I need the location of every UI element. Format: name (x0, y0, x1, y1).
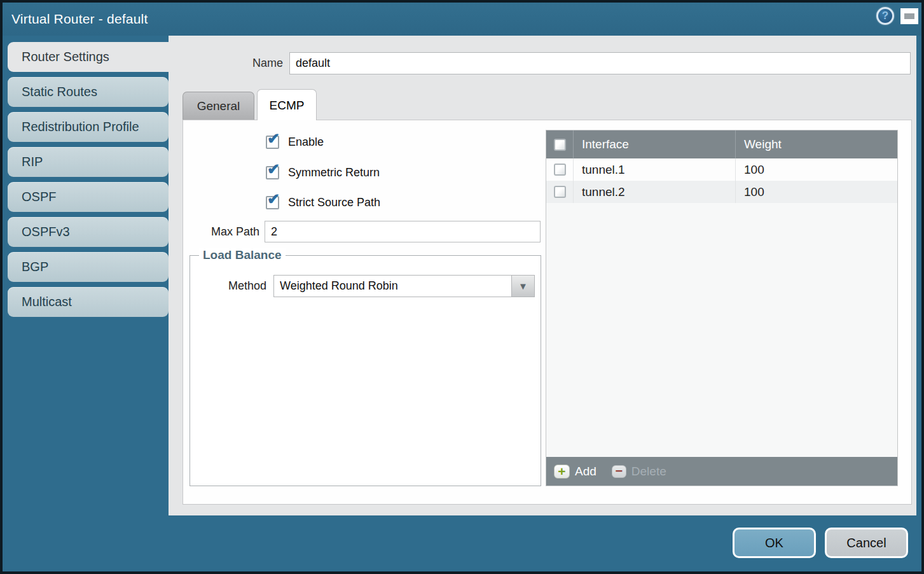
minus-icon: − (612, 465, 626, 478)
table-empty-area (546, 203, 897, 457)
max-path-input[interactable] (265, 221, 541, 242)
method-value[interactable] (274, 276, 511, 297)
weight-cell[interactable]: 100 (736, 163, 897, 177)
sidebar-item-multicast[interactable]: Multicast (8, 287, 169, 317)
sidebar-item-redistribution-profile[interactable]: Redistribution Profile (8, 112, 169, 142)
ok-button[interactable]: OK (733, 528, 816, 558)
row-checkbox-cell (546, 181, 574, 203)
restore-window-icon[interactable] (900, 8, 918, 24)
sidebar-item-ospfv3[interactable]: OSPFv3 (8, 217, 169, 247)
weight-cell[interactable]: 100 (736, 185, 897, 199)
plus-icon: + (554, 465, 570, 479)
delete-label: Delete (631, 465, 666, 479)
dialog-title: Virtual Router - default (11, 3, 148, 36)
weight-column-header[interactable]: Weight (736, 137, 897, 151)
strict-source-path-checkbox[interactable]: ✔ (266, 196, 279, 209)
interface-cell[interactable]: tunnel.1 (574, 158, 736, 181)
select-all-checkbox[interactable] (554, 139, 566, 151)
tab-ecmp[interactable]: ECMP (257, 89, 317, 120)
row-checkbox-cell (546, 158, 574, 181)
sidebar-item-router-settings[interactable]: Router Settings (8, 42, 171, 72)
select-all-cell (546, 130, 574, 158)
load-balance-legend: Load Balance (199, 248, 286, 262)
titlebar: Virtual Router - default ? (3, 3, 921, 36)
table-row[interactable]: tunnel.2 100 (546, 181, 897, 203)
add-label: Add (575, 465, 596, 479)
sidebar-item-ospf[interactable]: OSPF (8, 182, 169, 212)
sidebar-item-static-routes[interactable]: Static Routes (8, 77, 169, 107)
sidebar: Router Settings Static Routes Redistribu… (8, 42, 171, 322)
row-checkbox[interactable] (554, 186, 566, 198)
method-dropdown-button[interactable]: ▼ (511, 276, 534, 297)
check-icon: ✔ (267, 131, 280, 146)
interface-column-header[interactable]: Interface (574, 130, 736, 158)
symmetric-return-checkbox[interactable]: ✔ (266, 166, 279, 179)
tab-general[interactable]: General (183, 92, 254, 120)
interface-table: Interface Weight tunnel.1 100 tunnel.2 1… (546, 130, 898, 486)
sidebar-item-rip[interactable]: RIP (8, 147, 169, 177)
table-footer: + Add − Delete (546, 457, 897, 486)
virtual-router-dialog: Virtual Router - default ? Router Settin… (0, 0, 924, 574)
enable-label: Enable (288, 136, 324, 149)
restore-window-icon-glyph (904, 13, 914, 19)
ecmp-tab-panel: ✔ Enable ✔ Symmetric Return ✔ Strict Sou… (183, 120, 912, 505)
method-dropdown[interactable]: ▼ (273, 275, 535, 297)
row-checkbox[interactable] (554, 164, 566, 176)
interface-cell[interactable]: tunnel.2 (574, 181, 736, 203)
check-icon: ✔ (267, 162, 280, 177)
symmetric-return-row: ✔ Symmetric Return (266, 164, 380, 181)
load-balance-group: Load Balance Method ▼ (190, 255, 541, 486)
chevron-down-icon: ▼ (518, 281, 528, 291)
strict-source-path-row: ✔ Strict Source Path (266, 193, 380, 211)
help-icon[interactable]: ? (876, 7, 894, 25)
sidebar-item-bgp[interactable]: BGP (8, 252, 169, 282)
table-header-row: Interface Weight (546, 130, 897, 158)
strict-source-path-label: Strict Source Path (288, 196, 380, 209)
method-label: Method (203, 275, 266, 297)
main-panel: Name General ECMP ✔ Enable ✔ Symmetric R… (169, 36, 916, 515)
delete-button[interactable]: − Delete (612, 465, 666, 479)
name-input[interactable] (289, 52, 911, 74)
enable-row: ✔ Enable (266, 133, 324, 151)
max-path-label: Max Path (196, 221, 259, 242)
table-row[interactable]: tunnel.1 100 (546, 158, 897, 181)
enable-checkbox[interactable]: ✔ (266, 136, 279, 149)
symmetric-return-label: Symmetric Return (288, 166, 380, 179)
add-button[interactable]: + Add (554, 465, 596, 479)
cancel-button[interactable]: Cancel (825, 528, 908, 558)
check-icon: ✔ (267, 192, 280, 207)
name-label: Name (232, 52, 283, 74)
